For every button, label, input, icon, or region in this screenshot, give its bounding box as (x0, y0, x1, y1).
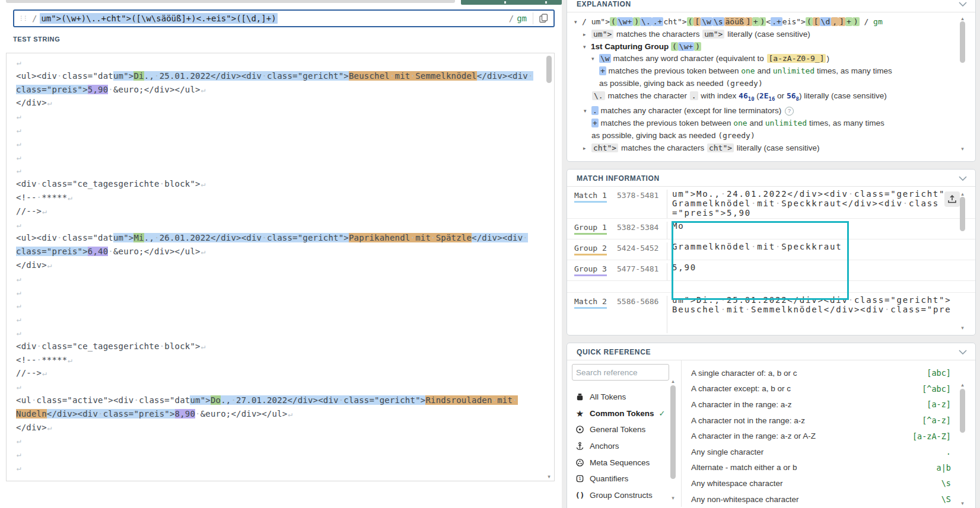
match-information-title: MATCH INFORMATION (577, 174, 660, 183)
test-string-line: class="preis">6,40·&euro;</div></ul>↵ (16, 245, 533, 258)
reference-description: Alternate - match either a or b (691, 463, 797, 472)
explanation-row: ▸cht"> matches the characters cht"> lite… (573, 142, 957, 155)
scroll-down-icon[interactable]: ▾ (959, 500, 966, 506)
explanation-row: \. matches the character . with index 46… (573, 90, 957, 105)
reference-entry[interactable]: Any non-whitespace character\S (682, 491, 975, 507)
reference-category-general-tokens[interactable]: General Tokens (567, 421, 670, 438)
copy-regex-button[interactable] (539, 14, 548, 23)
test-string-line: <div·class="ce_tagesgerichte·block">↵ (16, 340, 533, 353)
collapse-node-icon[interactable]: ▾ (584, 105, 587, 117)
match-label[interactable]: Match 1 (574, 191, 607, 203)
reference-scrollbar-thumb[interactable] (960, 389, 965, 433)
search-reference-input[interactable] (572, 364, 669, 381)
test-scrollbar[interactable]: ▾ (546, 55, 552, 481)
scroll-up-icon[interactable]: ▴ (670, 378, 676, 384)
reference-category-group-constructs[interactable]: ()Group Constructs (567, 487, 670, 504)
regex-input-bar[interactable]: ⋮⋮ / um">(\w+)\..+cht">([\w\säöüß]+)<.+e… (13, 9, 555, 27)
top-collapsed-bar (6, 0, 455, 3)
match-information-panel: MATCH INFORMATION Match 15378-5481um">Mo… (567, 169, 976, 336)
reference-category-common-tokens[interactable]: ★Common Tokens✓ (567, 405, 670, 422)
line-break-icon: ↵ (16, 166, 21, 175)
reference-entry[interactable]: A character in the range: a-z[a-z] (682, 397, 975, 413)
reference-category-all-tokens[interactable]: All Tokens (567, 389, 670, 405)
match-label[interactable]: Group 3 (574, 264, 607, 276)
explanation-scrollbar-thumb[interactable] (960, 21, 965, 63)
match-table-row: Match 15378-5481um">Mo.,·24.01.2022</div… (567, 187, 975, 219)
reference-entry[interactable]: Any whitespace character\s (682, 475, 975, 491)
match-table-row: Match 25586-5686um">Di.,·25.01.2022</div… (567, 293, 975, 333)
collapse-node-icon[interactable]: ▾ (574, 16, 577, 28)
reference-entry[interactable]: A character in the range: a-z or A-Z[a-z… (682, 428, 975, 444)
match-label[interactable]: Match 2 (574, 297, 607, 309)
line-break-icon: ↵ (47, 261, 52, 270)
line-break-icon: ↵ (201, 180, 206, 188)
reference-category-anchors[interactable]: Anchors (567, 438, 670, 455)
reference-category-quantifiers[interactable]: 1Quantifiers (567, 471, 670, 487)
match-info-scrollbar[interactable]: ▴ ▾ (959, 191, 966, 331)
explanation-row: as possible, giving back as needed (gree… (573, 130, 957, 142)
line-break-icon: ↵ (67, 193, 72, 202)
reference-category-meta-sequences[interactable]: Meta Sequences (567, 454, 670, 471)
explanation-title: EXPLANATION (577, 0, 631, 8)
match-value: Mo (667, 222, 975, 239)
match-label[interactable]: Group 2 (574, 244, 607, 255)
regex-pattern-input[interactable]: um">(\w+)\..+cht">([\w\säöüß]+)<.+eis">(… (40, 13, 277, 24)
quantifier-icon: 1 (575, 474, 585, 484)
reference-list-scrollbar[interactable]: ▴ ▾ (959, 365, 966, 507)
reference-entry[interactable]: A character except: a, b or c[^abc] (682, 381, 975, 397)
button-text-fragment (545, 1, 547, 4)
scroll-up-icon[interactable]: ▴ (959, 15, 966, 21)
scroll-down-icon[interactable]: ▾ (670, 495, 676, 501)
scroll-down-icon[interactable]: ▾ (546, 474, 552, 480)
scroll-down-icon[interactable]: ▾ (959, 146, 966, 152)
export-matches-button[interactable] (944, 191, 960, 207)
regex-open-delimiter: / (32, 14, 37, 23)
expand-node-icon[interactable]: ▸ (583, 28, 586, 41)
category-scrollbar-thumb[interactable] (670, 385, 676, 479)
test-scrollbar-thumb[interactable] (546, 56, 552, 83)
category-label: Meta Sequences (590, 458, 650, 467)
category-label: Anchors (590, 442, 619, 451)
reference-entry[interactable]: A character not in the range: a-z[^a-z] (682, 413, 975, 429)
category-list-scrollbar[interactable]: ▴ ▾ (670, 360, 676, 507)
test-string-line: ↵ (16, 326, 533, 340)
reference-entry[interactable]: A single character of: a, b or c[abc] (682, 365, 975, 381)
quick-reference-title: QUICK REFERENCE (577, 348, 651, 356)
reference-entry[interactable]: Any single character. (682, 444, 975, 460)
match-range: 5424-5452 (617, 244, 667, 260)
star-icon: ★ (575, 408, 585, 418)
collapse-node-icon[interactable]: ▾ (591, 53, 594, 65)
match-value: um">Mo.,·24.01.2022</div><div·class="ger… (667, 190, 975, 218)
top-button-fragment[interactable] (461, 0, 562, 5)
explanation-row: ▾. matches any character (except for lin… (573, 105, 957, 117)
scroll-up-icon[interactable]: ▴ (959, 191, 966, 197)
help-icon[interactable]: ? (785, 107, 794, 116)
match-label[interactable]: Group 1 (574, 223, 607, 235)
drag-handle-icon[interactable]: ⋮⋮ (18, 15, 27, 21)
collapse-node-icon[interactable]: ▾ (583, 41, 586, 53)
collapse-quick-reference-chevron-icon[interactable] (959, 350, 967, 354)
category-label: Group Constructs (590, 491, 653, 500)
regex-flags[interactable]: gm (517, 14, 527, 23)
explanation-scrollbar[interactable]: ▴ ▾ (959, 15, 966, 152)
reference-code: [a-z] (927, 400, 951, 409)
reference-description: A single character of: a, b or c (691, 369, 797, 378)
match-table-row: Group 15382-5384Mo (567, 219, 975, 239)
line-break-icon: ↵ (16, 112, 21, 121)
expand-node-icon[interactable]: ▸ (583, 142, 586, 155)
reference-description: A character except: a, b or c (691, 384, 791, 393)
explanation-panel: EXPLANATION ▾/ um">(\w+)\..+cht">([\w\sä… (567, 0, 976, 162)
collapse-explanation-chevron-icon[interactable] (959, 2, 967, 7)
line-break-icon: ↵ (201, 85, 206, 94)
explanation-tree: ▾/ um">(\w+)\..+cht">([\w\säöüß]+)<.+eis… (567, 12, 975, 154)
test-string-editor[interactable]: ↵<ul><div·class="datum">Di.,·25.01.2022<… (6, 53, 555, 481)
scroll-down-icon[interactable]: ▾ (959, 325, 966, 331)
reference-entry[interactable]: Alternate - match either a or ba|b (682, 460, 975, 476)
match-range: 5477-5481 (617, 264, 667, 280)
match-info-scrollbar-thumb[interactable] (960, 197, 965, 231)
line-break-icon: ↵ (287, 410, 292, 418)
group-icon: () (575, 490, 585, 500)
scroll-up-icon[interactable]: ▴ (959, 382, 966, 388)
test-string-line: ↵ (16, 312, 533, 326)
collapse-match-info-chevron-icon[interactable] (959, 176, 967, 181)
